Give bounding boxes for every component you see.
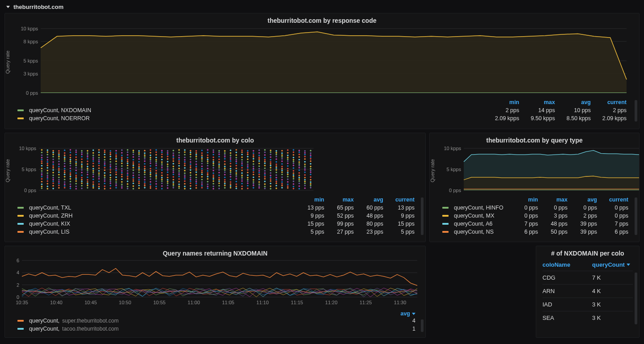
- legend-value: 23 pps: [354, 229, 383, 235]
- legend-value: 9 pps: [295, 213, 324, 219]
- legend-scrollbar[interactable]: [421, 319, 424, 332]
- table-row[interactable]: IAD3 K: [542, 298, 633, 311]
- svg-rect-862: [304, 150, 306, 152]
- svg-rect-742: [270, 176, 271, 178]
- svg-rect-523: [201, 183, 203, 185]
- svg-rect-555: [207, 151, 208, 153]
- svg-rect-497: [190, 161, 191, 163]
- svg-rect-438: [172, 171, 174, 173]
- legend-col-avg[interactable]: avg: [5, 310, 425, 318]
- svg-rect-216: [104, 185, 106, 187]
- svg-rect-582: [218, 172, 220, 173]
- svg-rect-308: [132, 180, 134, 182]
- legend-col-max[interactable]: max: [538, 197, 568, 203]
- chart-area[interactable]: 024610:3510:4010:4510:5010:5511:0011:051…: [9, 259, 421, 310]
- table-row[interactable]: ARN4 K: [542, 284, 633, 298]
- table-row[interactable]: SEA3 K: [542, 311, 633, 324]
- svg-rect-630: [235, 185, 237, 187]
- legend-col-current[interactable]: current: [383, 197, 415, 203]
- panel-query-names-nxdomain[interactable]: Query names returning NXDOMAIN 024610:35…: [4, 246, 426, 338]
- svg-rect-804: [287, 158, 288, 160]
- svg-rect-342: [144, 185, 146, 186]
- svg-rect-789: [281, 152, 283, 154]
- svg-rect-657: [241, 164, 243, 166]
- legend-col-current[interactable]: current: [597, 197, 628, 203]
- legend-row[interactable]: queryCount, MX: [442, 213, 508, 219]
- svg-rect-461: [178, 160, 180, 162]
- legend-col-avg[interactable]: avg: [354, 197, 383, 203]
- svg-rect-114: [69, 172, 71, 174]
- legend-row[interactable]: queryCount, LIS: [17, 229, 295, 235]
- legend-col-current[interactable]: current: [591, 99, 627, 105]
- panel-by-response-code[interactable]: theburritobot.com by response code Query…: [4, 13, 640, 129]
- svg-rect-524: [201, 181, 203, 183]
- legend-col-min[interactable]: min: [483, 99, 519, 105]
- svg-rect-382: [155, 176, 157, 178]
- svg-rect-64: [52, 163, 54, 165]
- svg-rect-398: [161, 180, 163, 182]
- svg-rect-703: [258, 183, 260, 185]
- legend-col-max[interactable]: max: [519, 99, 555, 105]
- legend-row[interactable]: queryCount,super.theburritobot.com: [17, 318, 398, 324]
- svg-rect-618: [229, 172, 231, 173]
- legend-row[interactable]: queryCount, NS: [442, 229, 508, 235]
- table-col-coloName[interactable]: coloName: [542, 261, 583, 268]
- table-scrollbar[interactable]: [635, 273, 637, 324]
- svg-rect-102: [64, 158, 65, 160]
- svg-text:10:35: 10:35: [16, 300, 28, 305]
- svg-rect-678: [247, 158, 249, 160]
- svg-rect-503: [195, 187, 197, 189]
- legend-col-min[interactable]: min: [508, 197, 538, 203]
- legend-col-avg[interactable]: avg: [568, 197, 597, 203]
- svg-rect-38: [47, 180, 48, 182]
- legend-scrollbar[interactable]: [635, 100, 637, 122]
- svg-rect-429: [167, 152, 169, 154]
- legend-row[interactable]: queryCount, ZRH: [17, 213, 295, 219]
- series-name: queryCount, ZRH: [29, 213, 72, 219]
- svg-rect-824: [292, 154, 294, 156]
- svg-rect-756: [275, 185, 277, 186]
- svg-rect-186: [92, 172, 94, 173]
- chart-area[interactable]: 0 pps5 kpps10 kpps: [438, 146, 639, 196]
- dashboard-row-header[interactable]: theburritobot.com: [0, 0, 644, 13]
- svg-rect-240: [110, 172, 111, 173]
- legend-row[interactable]: queryCount,tacoo.theburritobot.com: [17, 326, 398, 332]
- svg-rect-189: [92, 165, 94, 167]
- svg-rect-820: [292, 162, 294, 164]
- table-col-queryCount[interactable]: queryCount: [592, 261, 633, 268]
- svg-rect-351: [144, 166, 146, 168]
- legend-value: 7 pps: [508, 221, 538, 227]
- svg-rect-653: [241, 174, 243, 176]
- panel-by-query-type[interactable]: theburritobot.com by query type Query ra…: [429, 133, 640, 242]
- legend-row[interactable]: queryCount, TXL: [17, 205, 295, 211]
- legend-scrollbar[interactable]: [635, 197, 637, 235]
- chart-area[interactable]: 0 pps3 kpps5 kpps8 kpps10 kpps: [13, 26, 630, 98]
- svg-rect-337: [138, 155, 140, 157]
- legend-col-avg[interactable]: avg: [555, 99, 591, 105]
- panel-nxdomain-per-colo[interactable]: # of NXDOMAIN per colo coloName queryCou…: [536, 246, 640, 338]
- svg-rect-414: [167, 185, 169, 186]
- svg-rect-639: [235, 165, 237, 167]
- svg-rect-702: [258, 185, 260, 187]
- svg-rect-416: [167, 180, 169, 182]
- svg-rect-280: [121, 162, 123, 164]
- svg-rect-330: [138, 171, 140, 173]
- table-row[interactable]: CDG7 K: [542, 271, 633, 284]
- svg-rect-478: [184, 163, 186, 164]
- svg-rect-83: [58, 160, 60, 162]
- legend-col-max[interactable]: max: [324, 197, 354, 203]
- legend-row[interactable]: queryCount, A6: [442, 221, 508, 227]
- svg-rect-494: [190, 167, 191, 168]
- svg-rect-142: [75, 149, 77, 151]
- svg-rect-814: [292, 176, 294, 178]
- legend-col-min[interactable]: min: [295, 197, 324, 203]
- svg-rect-34: [41, 149, 42, 151]
- legend-row[interactable]: queryCount, HINFO: [442, 205, 508, 211]
- svg-rect-273: [121, 178, 123, 180]
- legend-scrollbar[interactable]: [421, 197, 424, 235]
- svg-rect-139: [75, 156, 77, 158]
- legend-row[interactable]: queryCount, KIX: [17, 221, 295, 227]
- panel-by-colo[interactable]: theburritobot.com by colo Query rate 0 p…: [4, 133, 426, 242]
- svg-rect-505: [195, 183, 197, 185]
- chart-area[interactable]: 0 pps5 kpps10 kpps: [13, 146, 317, 196]
